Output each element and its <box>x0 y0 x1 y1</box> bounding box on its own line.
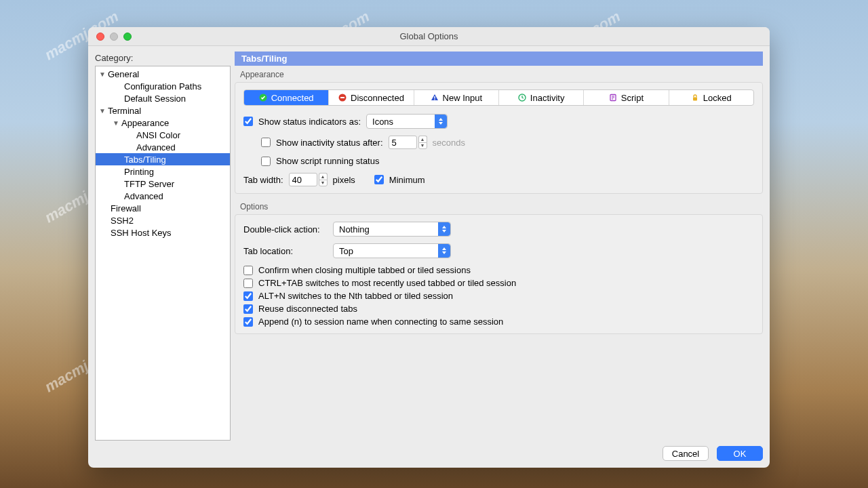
tree-item-tabs-tiling[interactable]: Tabs/Tiling <box>96 153 230 165</box>
chevron-down-icon: ▼ <box>98 70 106 78</box>
reuse-label: Reuse disconnected tabs <box>258 304 357 314</box>
script-running-checkbox[interactable] <box>261 157 271 166</box>
svg-rect-7 <box>693 98 697 101</box>
tree-item-firewall[interactable]: Firewall <box>96 202 230 214</box>
tree-item-ssh2[interactable]: SSH2 <box>96 214 230 226</box>
confirm-close-label: Confirm when closing multiple tabbed or … <box>258 265 471 275</box>
minimum-checkbox[interactable] <box>374 175 384 184</box>
tree-label: Terminal <box>108 106 141 116</box>
tree-label: TFTP Server <box>124 179 174 189</box>
chevron-down-icon: ▼ <box>112 119 120 127</box>
tab-locked[interactable]: Locked <box>669 90 753 105</box>
tree-item-advanced1[interactable]: Advanced <box>96 141 230 153</box>
show-status-select[interactable]: Icons <box>366 114 448 129</box>
script-icon <box>609 94 617 102</box>
window-title: Global Options <box>88 31 770 41</box>
tab-location-label: Tab location: <box>243 246 328 256</box>
lock-icon <box>691 94 699 102</box>
inactivity-checkbox[interactable] <box>261 138 271 147</box>
tab-width-input[interactable] <box>289 173 317 186</box>
tree-label: SSH2 <box>111 216 134 226</box>
stop-icon <box>338 94 347 102</box>
script-running-label: Show script running status <box>276 156 379 166</box>
select-value: Nothing <box>339 224 370 235</box>
tree-label: Firewall <box>111 203 141 214</box>
inactivity-unit: seconds <box>433 138 465 148</box>
section-header: Tabs/Tiling <box>235 52 763 66</box>
tab-inactivity[interactable]: Inactivity <box>499 90 584 105</box>
tree-label: SSH Host Keys <box>111 228 172 238</box>
tree-item-advanced2[interactable]: Advanced <box>96 190 230 202</box>
step-up-icon[interactable]: ▲ <box>418 136 427 142</box>
chevron-up-down-icon <box>438 222 450 236</box>
tab-disconnected[interactable]: Disconnected <box>329 90 414 105</box>
tab-width-label: Tab width: <box>243 175 283 185</box>
tree-label: General <box>108 69 139 79</box>
category-tree[interactable]: ▼General Configuration Paths Default Ses… <box>95 66 231 441</box>
tab-label: Locked <box>703 93 732 103</box>
tree-label: Configuration Paths <box>124 81 201 92</box>
tab-label: Connected <box>271 93 314 103</box>
tree-item-tftp[interactable]: TFTP Server <box>96 178 230 190</box>
status-tabs: Connected Disconnected New Input Inactiv… <box>243 89 754 106</box>
tree-item-ansi-color[interactable]: ANSI Color <box>96 129 230 141</box>
tab-label: Disconnected <box>351 93 404 103</box>
tree-label: Printing <box>124 167 154 177</box>
tree-label: Appearance <box>121 118 169 128</box>
svg-rect-4 <box>434 99 435 100</box>
category-label: Category: <box>95 52 231 66</box>
options-panel: Double-click action: Nothing Tab locatio… <box>235 214 763 334</box>
check-icon <box>259 94 267 102</box>
show-status-checkbox[interactable] <box>243 117 253 126</box>
tree-label: Advanced <box>136 142 176 152</box>
tree-item-default-session[interactable]: Default Session <box>96 92 230 104</box>
warning-icon <box>431 94 439 102</box>
alt-n-checkbox[interactable] <box>243 291 253 301</box>
inactivity-input[interactable] <box>389 136 417 149</box>
tree-item-hostkeys[interactable]: SSH Host Keys <box>96 226 230 239</box>
dbl-click-label: Double-click action: <box>243 224 328 235</box>
cancel-button[interactable]: Cancel <box>663 446 709 461</box>
clock-icon <box>518 94 526 102</box>
tree-item-appearance[interactable]: ▼Appearance <box>96 117 230 129</box>
tree-item-general[interactable]: ▼General <box>96 68 230 80</box>
tab-width-stepper[interactable]: ▲▼ <box>289 173 328 186</box>
titlebar: Global Options <box>88 27 770 46</box>
tab-width-unit: pixels <box>333 175 355 185</box>
step-down-icon[interactable]: ▼ <box>418 142 427 150</box>
svg-rect-3 <box>434 96 435 99</box>
tab-location-select[interactable]: Top <box>333 243 451 258</box>
tree-item-terminal[interactable]: ▼Terminal <box>96 104 230 117</box>
tree-label: Advanced <box>124 191 163 201</box>
step-up-icon[interactable]: ▲ <box>319 173 328 180</box>
tree-item-config-paths[interactable]: Configuration Paths <box>96 80 230 92</box>
tree-item-printing[interactable]: Printing <box>96 165 230 178</box>
footer: Cancel OK <box>95 441 763 461</box>
tree-label: Tabs/Tiling <box>124 155 166 165</box>
select-value: Top <box>339 246 353 256</box>
ctrl-tab-checkbox[interactable] <box>243 279 253 288</box>
tab-script[interactable]: Script <box>584 90 669 105</box>
select-value: Icons <box>372 117 393 127</box>
appearance-panel: Connected Disconnected New Input Inactiv… <box>235 82 763 194</box>
dbl-click-select[interactable]: Nothing <box>333 222 451 237</box>
appearance-group-label: Appearance <box>235 66 763 82</box>
tree-label: Default Session <box>124 94 186 104</box>
options-group-label: Options <box>235 198 763 214</box>
minimum-label: Minimum <box>389 175 425 185</box>
tab-connected[interactable]: Connected <box>244 90 329 105</box>
tab-label: Inactivity <box>530 93 565 103</box>
append-n-checkbox[interactable] <box>243 317 253 327</box>
ctrl-tab-label: CTRL+TAB switches to most recently used … <box>258 278 516 288</box>
tab-label: Script <box>621 93 644 103</box>
confirm-close-checkbox[interactable] <box>243 266 253 275</box>
ok-button[interactable]: OK <box>717 446 763 461</box>
step-down-icon[interactable]: ▼ <box>319 180 328 187</box>
reuse-checkbox[interactable] <box>243 304 253 314</box>
svg-rect-2 <box>340 97 344 98</box>
tab-new-input[interactable]: New Input <box>414 90 499 105</box>
show-status-label: Show status indicators as: <box>258 117 361 127</box>
inactivity-stepper[interactable]: ▲▼ <box>389 136 427 149</box>
tab-label: New Input <box>443 93 483 103</box>
chevron-up-down-icon <box>435 115 447 128</box>
